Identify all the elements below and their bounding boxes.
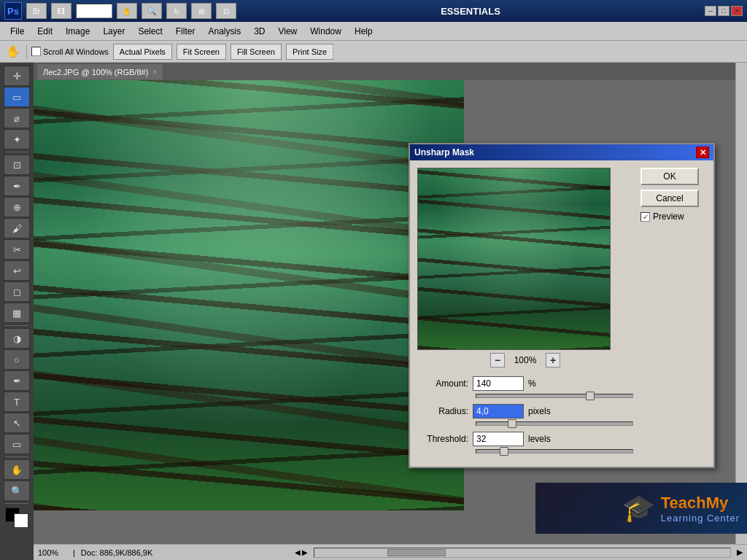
- close-button[interactable]: ✕: [731, 6, 743, 16]
- scroll-checkbox[interactable]: [31, 47, 41, 56]
- zoom-tool[interactable]: 🔍: [4, 481, 30, 501]
- background-color[interactable]: [14, 513, 28, 528]
- eraser-tool[interactable]: ◻: [4, 281, 30, 302]
- screen-mode-button[interactable]: ⊡: [216, 3, 236, 19]
- amount-slider-thumb[interactable]: [586, 392, 595, 400]
- scroll-right[interactable]: ▶: [737, 548, 743, 557]
- menu-image[interactable]: Image: [60, 25, 96, 38]
- menu-view[interactable]: View: [272, 25, 303, 38]
- fit-screen-button[interactable]: Fit Screen: [177, 44, 226, 60]
- graduation-cap-icon: 🎓: [622, 493, 655, 524]
- preview-checkbox[interactable]: ✓: [640, 212, 650, 222]
- amount-slider-track[interactable]: [476, 394, 633, 398]
- brand-name: TeachMy: [661, 494, 740, 513]
- dodge-tool[interactable]: ○: [4, 349, 30, 370]
- clone-tool[interactable]: ✂: [4, 239, 30, 260]
- prev-frame[interactable]: ◀: [295, 548, 301, 556]
- selection-tool[interactable]: ▭: [4, 87, 30, 107]
- crop-tool[interactable]: ⊡: [4, 155, 30, 175]
- radius-unit: pixels: [528, 406, 551, 416]
- dialog-title-bar[interactable]: Unsharp Mask ✕: [410, 144, 713, 160]
- scroll-all-windows-label: Scroll All Windows: [43, 47, 109, 56]
- amount-input[interactable]: [473, 376, 524, 391]
- menu-3d[interactable]: 3D: [248, 25, 271, 38]
- threshold-slider-thumb[interactable]: [500, 447, 508, 456]
- threshold-input[interactable]: [473, 432, 524, 446]
- print-size-button[interactable]: Print Size: [286, 44, 333, 60]
- menu-filter[interactable]: Filter: [170, 25, 201, 38]
- next-frame[interactable]: ▶: [302, 548, 308, 556]
- zoom-out-button[interactable]: −: [490, 353, 505, 368]
- radius-label: Radius:: [417, 406, 468, 416]
- cancel-button[interactable]: Cancel: [640, 190, 699, 207]
- unsharp-mask-dialog[interactable]: Unsharp Mask ✕ − 100% +: [409, 143, 715, 468]
- teach-my-branding: TeachMy Learning Center: [661, 494, 740, 524]
- fill-screen-button[interactable]: Fill Screen: [231, 44, 282, 60]
- color-swatches[interactable]: [4, 506, 30, 528]
- path-selection-tool[interactable]: ↖: [4, 413, 30, 433]
- threshold-slider-track[interactable]: [476, 449, 633, 454]
- hand-tool-title[interactable]: ✋: [117, 3, 137, 19]
- healing-tool[interactable]: ⊕: [4, 197, 30, 217]
- menu-edit[interactable]: Edit: [31, 25, 58, 38]
- menu-layer[interactable]: Layer: [97, 25, 131, 38]
- hand-tool-icon: ✋: [4, 43, 22, 61]
- zoom-display[interactable]: 100%: [76, 4, 112, 18]
- minimize-button[interactable]: ─: [705, 6, 716, 16]
- filmstrip-button[interactable]: 🎞: [51, 3, 71, 19]
- magic-wand-tool[interactable]: ✦: [4, 129, 30, 149]
- menu-file[interactable]: File: [4, 25, 30, 38]
- tool-separator-1: [5, 152, 28, 152]
- canvas-tab-close[interactable]: ×: [152, 68, 157, 76]
- forest-image: [34, 80, 464, 510]
- lasso-tool[interactable]: ⌀: [4, 108, 30, 128]
- zoom-tool-title[interactable]: 🔍: [142, 3, 162, 19]
- view-mode-button[interactable]: ⊞: [191, 3, 212, 19]
- maximize-button[interactable]: □: [718, 6, 729, 16]
- blur-tool[interactable]: ◑: [4, 328, 30, 349]
- canvas-tab-bar: Лес2.JPG @ 100% (RGB/8#) ×: [34, 63, 735, 80]
- amount-unit: %: [528, 378, 536, 389]
- shape-tool[interactable]: ▭: [4, 434, 30, 454]
- gradient-tool[interactable]: ▦: [4, 303, 30, 323]
- preview-check[interactable]: ✓ Preview: [640, 211, 706, 222]
- zoom-in-button[interactable]: +: [546, 353, 560, 368]
- radius-slider-track[interactable]: [476, 421, 633, 426]
- menu-help[interactable]: Help: [349, 25, 379, 38]
- brush-tool[interactable]: 🖌: [4, 218, 30, 238]
- h-scroll-thumb[interactable]: [387, 549, 446, 556]
- text-tool[interactable]: T: [4, 392, 30, 412]
- menu-analysis[interactable]: Analysis: [202, 25, 247, 38]
- menu-window[interactable]: Window: [304, 25, 347, 38]
- hand-tool[interactable]: ✋: [4, 459, 30, 480]
- radius-input[interactable]: [473, 404, 524, 419]
- eyedropper-tool[interactable]: ✒: [4, 176, 30, 196]
- threshold-row: Threshold: levels: [417, 432, 633, 446]
- scroll-all-windows-check[interactable]: Scroll All Windows: [31, 47, 109, 56]
- threshold-label: Threshold:: [417, 434, 468, 444]
- actual-pixels-button[interactable]: Actual Pixels: [113, 44, 172, 60]
- preview-image[interactable]: [417, 168, 611, 350]
- h-scrollbar[interactable]: [314, 548, 731, 558]
- rotate-tool-title[interactable]: ↻: [166, 3, 187, 19]
- tool-separator-4: [5, 503, 28, 504]
- menu-bar: File Edit Image Layer Select Filter Anal…: [0, 22, 747, 41]
- zoom-controls: − 100% +: [417, 350, 633, 370]
- history-brush-tool[interactable]: ↩: [4, 260, 30, 281]
- dialog-close-button[interactable]: ✕: [696, 147, 709, 158]
- tool-separator-3: [5, 456, 28, 457]
- preview-label: Preview: [653, 211, 684, 222]
- radius-slider-thumb[interactable]: [508, 419, 516, 428]
- ok-button[interactable]: OK: [640, 168, 699, 185]
- title-bar: Ps Br 🎞 100% ✋ 🔍 ↻ ⊞ ⊡ ESSENTIALS ─ □ ✕: [0, 0, 747, 22]
- workspace: ✛ ▭ ⌀ ✦ ⊡ ✒ ⊕ 🖌 ✂ ↩ ◻ ▦ ◑ ○ ✒ T ↖ ▭ ✋ 🔍 …: [0, 63, 747, 560]
- menu-select[interactable]: Select: [132, 25, 168, 38]
- pen-tool[interactable]: ✒: [4, 370, 30, 391]
- amount-row: Amount: %: [417, 376, 633, 391]
- tool-separator-2: [5, 325, 28, 326]
- canvas-nav[interactable]: ◀ ▶: [295, 548, 308, 556]
- canvas-tab[interactable]: Лес2.JPG @ 100% (RGB/8#) ×: [36, 63, 163, 79]
- watermark: 🎓 TeachMy Learning Center: [535, 483, 747, 534]
- move-tool[interactable]: ✛: [4, 66, 30, 86]
- bridge-button[interactable]: Br: [26, 3, 47, 19]
